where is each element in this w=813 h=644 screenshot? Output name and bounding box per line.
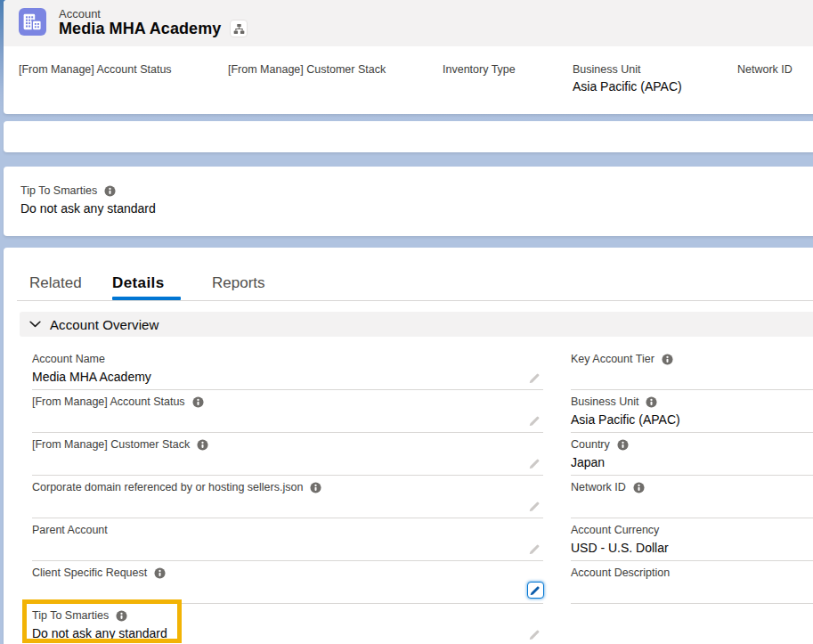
field-row-corporate-domain: Corporate domain referenced by or hostin…: [32, 476, 543, 518]
edit-account-name-button[interactable]: [529, 371, 541, 384]
account-hierarchy-button[interactable]: [230, 20, 248, 37]
record-title: Media MHA Academy: [59, 20, 221, 37]
edit-tip-to-smarties-button[interactable]: [529, 628, 541, 640]
field-value: Asia Pacific (APAC): [571, 412, 680, 427]
section-header-account-overview[interactable]: Account Overview: [20, 312, 813, 337]
field-label: Tip To Smarties: [32, 610, 109, 622]
info-icon[interactable]: [617, 439, 629, 451]
field-label: Network ID: [571, 482, 626, 493]
edit-corporate-domain-button[interactable]: [529, 500, 541, 512]
field-row-key-account-tier: Key Account Tier: [571, 347, 813, 390]
tab-details[interactable]: Details: [112, 275, 165, 290]
edit-customer-stack-button[interactable]: [529, 457, 541, 469]
field-label: Business Unit: [573, 64, 682, 76]
field-row-from-manage-customer-stack: [From Manage] Customer Stack: [32, 433, 543, 476]
field-row-account-name: Account Name Media MHA Academy: [32, 347, 543, 390]
field-label: Account Currency: [571, 525, 659, 536]
edit-account-status-button[interactable]: [529, 414, 541, 427]
info-icon[interactable]: [104, 185, 116, 197]
chevron-down-icon: [29, 321, 41, 328]
field-label: [From Manage] Account Status: [32, 396, 185, 408]
field-label: Parent Account: [32, 525, 108, 536]
field-row-country: Country Japan: [571, 433, 813, 476]
info-icon[interactable]: [633, 482, 645, 493]
field-row-parent-account: Parent Account: [32, 518, 543, 561]
field-row-account-currency: Account Currency USD - U.S. Dollar: [571, 518, 813, 561]
empty-card: [4, 121, 813, 152]
field-row-account-description: Account Description: [571, 561, 813, 604]
entity-label: Account: [59, 7, 101, 20]
tip-field-label: Tip To Smarties: [20, 185, 97, 197]
record-header-band: Account Media MHA Academy: [4, 0, 813, 46]
account-entity-icon: [19, 8, 46, 36]
tab-related[interactable]: Related: [29, 275, 82, 290]
field-label: Corporate domain referenced by or hostin…: [32, 482, 303, 493]
tabs-divider: [17, 300, 813, 301]
record-detail-card: Related Details Reports Account Overview…: [4, 248, 813, 644]
hierarchy-icon: [233, 23, 245, 35]
highlight-field-inventory-type: Inventory Type: [443, 64, 516, 79]
highlight-field-business-unit: Business Unit Asia Pacific (APAC): [573, 64, 682, 94]
highlights-panel-card: Account Media MHA Academy [From Manage] …: [4, 0, 813, 114]
field-label: [From Manage] Customer Stack: [228, 64, 386, 76]
field-label: Client Specific Request: [32, 567, 147, 579]
field-label: [From Manage] Account Status: [19, 64, 172, 76]
edit-client-specific-request-button[interactable]: [527, 582, 544, 599]
field-label: Key Account Tier: [571, 354, 654, 365]
field-row-business-unit: Business Unit Asia Pacific (APAC): [571, 390, 813, 433]
field-label: Business Unit: [571, 396, 638, 408]
highlight-field-account-status: [From Manage] Account Status: [19, 64, 172, 79]
highlight-field-customer-stack: [From Manage] Customer Stack: [228, 64, 386, 79]
field-label: Account Name: [32, 354, 105, 365]
field-label: Country: [571, 439, 610, 451]
field-label: Inventory Type: [443, 64, 516, 76]
section-title: Account Overview: [50, 317, 159, 332]
info-icon[interactable]: [197, 439, 208, 451]
field-value: Asia Pacific (APAC): [573, 79, 682, 94]
field-label: Account Description: [571, 567, 670, 579]
field-value: USD - U.S. Dollar: [571, 541, 669, 555]
field-row-from-manage-account-status: [From Manage] Account Status: [32, 390, 543, 433]
tip-to-smarties-card: Tip To Smarties Do not ask any standard: [4, 167, 813, 236]
info-icon[interactable]: [154, 567, 166, 579]
info-icon[interactable]: [116, 610, 127, 622]
field-label: Network ID: [737, 64, 793, 76]
field-row-client-specific-request: Client Specific Request: [32, 561, 543, 604]
tab-reports[interactable]: Reports: [212, 275, 265, 290]
tip-field-value: Do not ask any standard: [20, 201, 156, 216]
field-row-network-id: Network ID: [571, 476, 813, 518]
highlight-field-network-id: Network ID: [737, 64, 793, 79]
field-value: Media MHA Academy: [32, 370, 151, 384]
edit-parent-account-button[interactable]: [529, 542, 541, 555]
field-row-tip-to-smarties: Tip To Smarties Do not ask any standard: [32, 604, 543, 644]
field-value: Japan: [571, 455, 605, 469]
info-icon[interactable]: [310, 482, 321, 493]
info-icon[interactable]: [192, 396, 204, 408]
field-value: Do not ask any standard: [32, 626, 167, 640]
field-label: [From Manage] Customer Stack: [32, 439, 190, 451]
info-icon[interactable]: [662, 354, 673, 365]
info-icon[interactable]: [646, 396, 657, 408]
